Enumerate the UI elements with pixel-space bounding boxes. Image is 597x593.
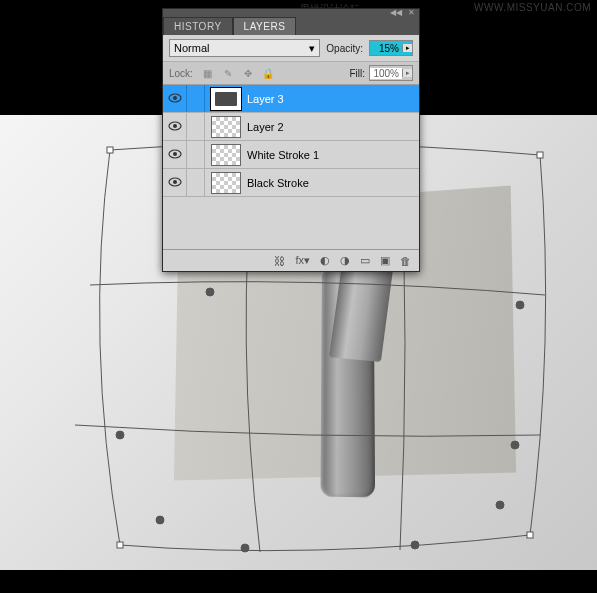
visibility-toggle[interactable] [163, 169, 187, 196]
layer-name[interactable]: White Stroke 1 [247, 149, 319, 161]
svg-rect-3 [527, 532, 533, 538]
layer-thumbnail[interactable] [211, 172, 241, 194]
fill-flyout-icon[interactable]: ▸ [402, 69, 412, 77]
blend-mode-value: Normal [174, 42, 209, 54]
link-column[interactable] [187, 113, 205, 140]
delete-layer-icon[interactable]: 🗑 [400, 255, 411, 267]
visibility-toggle[interactable] [163, 141, 187, 168]
fill-input[interactable]: 100% ▸ [369, 65, 413, 81]
svg-point-6 [116, 431, 124, 439]
layer-thumbnail[interactable] [211, 88, 241, 110]
lock-transparency-icon[interactable]: ▦ [201, 68, 215, 79]
opacity-label: Opacity: [326, 43, 363, 54]
link-column[interactable] [187, 169, 205, 196]
layer-mask-icon[interactable]: ◐ [320, 254, 330, 267]
collapse-icon[interactable]: ◀◀ [390, 8, 402, 17]
adjustment-layer-icon[interactable]: ◑ [340, 254, 350, 267]
link-column[interactable] [187, 141, 205, 168]
svg-point-5 [516, 301, 524, 309]
panel-footer: ⛓ fx▾ ◐ ◑ ▭ ▣ 🗑 [163, 249, 419, 271]
lock-icons-group: ▦ ✎ ✥ 🔒 [201, 68, 275, 79]
layer-thumbnail[interactable] [211, 116, 241, 138]
tab-layers[interactable]: LAYERS [233, 17, 297, 35]
svg-rect-0 [107, 147, 113, 153]
opacity-value: 15% [370, 43, 402, 54]
opacity-input[interactable]: 15% ▸ [369, 40, 413, 56]
lock-pixels-icon[interactable]: ✎ [221, 68, 235, 79]
layer-row[interactable]: Black Stroke [163, 169, 419, 197]
lock-label: Lock: [169, 68, 193, 79]
blend-mode-select[interactable]: Normal ▾ [169, 39, 320, 57]
fill-label: Fill: [349, 68, 365, 79]
link-column[interactable] [187, 85, 205, 112]
layer-row[interactable]: Layer 2 [163, 113, 419, 141]
lock-all-icon[interactable]: 🔒 [261, 68, 275, 79]
close-icon[interactable]: ✕ [408, 8, 415, 17]
fill-value: 100% [370, 68, 402, 79]
blend-opacity-row: Normal ▾ Opacity: 15% ▸ [163, 35, 419, 62]
tab-history[interactable]: HISTORY [163, 17, 233, 35]
eye-icon [168, 121, 182, 133]
visibility-toggle[interactable] [163, 113, 187, 140]
layer-name[interactable]: Layer 3 [247, 93, 284, 105]
metal-clip-object [321, 267, 376, 498]
svg-point-19 [173, 180, 177, 184]
svg-rect-1 [537, 152, 543, 158]
layer-name[interactable]: Black Stroke [247, 177, 309, 189]
svg-point-10 [156, 516, 164, 524]
watermark-url: WWW.MISSYUAN.COM [474, 2, 591, 13]
svg-point-15 [173, 124, 177, 128]
visibility-toggle[interactable] [163, 85, 187, 112]
layer-row[interactable]: Layer 3 [163, 85, 419, 113]
lock-position-icon[interactable]: ✥ [241, 68, 255, 79]
layers-panel: ◀◀ ✕ HISTORY LAYERS Normal ▾ Opacity: 15… [162, 8, 420, 272]
svg-point-8 [241, 544, 249, 552]
layer-row[interactable]: White Stroke 1 [163, 141, 419, 169]
svg-point-17 [173, 152, 177, 156]
panel-body: Normal ▾ Opacity: 15% ▸ Lock: ▦ ✎ ✥ 🔒 Fi… [163, 35, 419, 271]
panel-tab-bar: HISTORY LAYERS [163, 15, 419, 35]
opacity-flyout-icon[interactable]: ▸ [402, 44, 412, 52]
svg-point-13 [173, 96, 177, 100]
new-layer-icon[interactable]: ▣ [380, 254, 390, 267]
layer-group-icon[interactable]: ▭ [360, 254, 370, 267]
svg-point-9 [411, 541, 419, 549]
chevron-down-icon: ▾ [309, 42, 315, 55]
layer-fx-icon[interactable]: fx▾ [295, 254, 310, 267]
layers-empty-area [163, 197, 419, 249]
eye-icon [168, 177, 182, 189]
lock-fill-row: Lock: ▦ ✎ ✥ 🔒 Fill: 100% ▸ [163, 62, 419, 85]
layer-thumbnail[interactable] [211, 144, 241, 166]
eye-icon [168, 149, 182, 161]
eye-icon [168, 93, 182, 105]
layer-name[interactable]: Layer 2 [247, 121, 284, 133]
svg-point-11 [496, 501, 504, 509]
layers-list: Layer 3 Layer 2 White Stroke 1 [163, 85, 419, 249]
svg-rect-2 [117, 542, 123, 548]
link-layers-icon[interactable]: ⛓ [274, 255, 285, 267]
